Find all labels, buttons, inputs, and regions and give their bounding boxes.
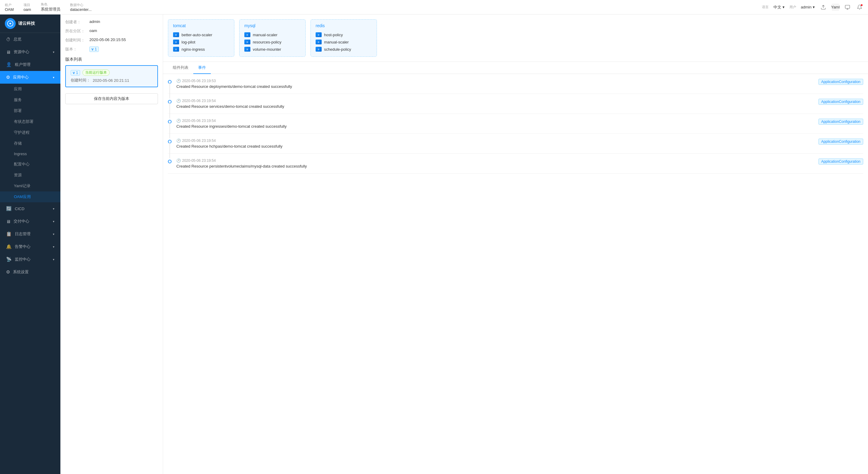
sidebar-section-cicd: 🔄 CICD ▾ xyxy=(0,202,60,215)
project-label: 项目 xyxy=(24,3,31,7)
redis-title: redis xyxy=(316,23,372,28)
card-create-value: 2020-05-06 20:21:11 xyxy=(93,78,129,83)
role-value: 系统管理员 xyxy=(41,7,60,12)
datacenter-value: datacenter... xyxy=(70,7,92,12)
version-number: 1 xyxy=(95,47,97,51)
sidebar-sub-app[interactable]: 应用 xyxy=(0,84,60,95)
sidebar-sub-resource[interactable]: 资源 xyxy=(0,170,60,181)
sidebar-section-monitor: 📡 监控中心 ▾ xyxy=(0,253,60,266)
redis-item-label-1: manual-scaler xyxy=(324,40,349,44)
monitor-sidebar-icon: 📡 xyxy=(6,257,12,262)
tab-component-list[interactable]: 组件列表 xyxy=(168,62,193,74)
mysql-item-label-0: manual-scaler xyxy=(253,33,278,37)
sidebar-item-appcenter[interactable]: ⚙ 应用中心 ▾ xyxy=(0,71,60,84)
logo: 谐云科技 xyxy=(0,14,60,33)
sidebar-section-appcenter: ⚙ 应用中心 ▾ 应用 服务 部署 有状态部署 守护进程 存储 Ingress … xyxy=(0,71,60,202)
sidebar-sub-service[interactable]: 服务 xyxy=(0,95,60,105)
yaml-button[interactable]: Yaml xyxy=(832,4,839,11)
mysql-title: mysql xyxy=(244,23,301,28)
deliver-chevron-icon: ▾ xyxy=(53,220,54,223)
svg-rect-1 xyxy=(845,5,850,8)
mysql-item-0: manual-scaler xyxy=(244,31,301,38)
clock-icon-4: 🕐 xyxy=(176,158,181,163)
running-label: 当前运行版本 xyxy=(83,69,110,76)
sidebar-item-delivery[interactable]: 🖥 交付中心 ▾ xyxy=(0,215,60,228)
event-timestamp-3: 2020-05-06 23:19:54 xyxy=(182,138,216,143)
event-message-0: Created Resource deployments/demo-tomcat… xyxy=(176,84,818,89)
sidebar-sub-daemon[interactable]: 守护进程 xyxy=(0,127,60,138)
event-time-3: 🕐 2020-05-06 23:19:54 xyxy=(176,138,818,143)
user-selector[interactable]: admin ▾ xyxy=(801,5,815,9)
sidebar-label-appcenter: 应用中心 xyxy=(13,74,29,80)
create-time-value: 2020-05-06 20:15:55 xyxy=(89,37,126,42)
service-icon-1 xyxy=(173,39,179,44)
clock-icon-1: 🕐 xyxy=(176,99,181,103)
sidebar-label-log: 日志管理 xyxy=(15,231,31,237)
sidebar-label-delivery: 交付中心 xyxy=(13,219,29,224)
sidebar-sub-stateful[interactable]: 有状态部署 xyxy=(0,116,60,127)
right-panel: tomcat better-auto-scaler log-pilot ngin… xyxy=(163,14,868,474)
sidebar-sub-ingress[interactable]: Ingress xyxy=(0,149,60,159)
user-value: admin xyxy=(801,5,811,9)
sidebar-label-overview: 总览 xyxy=(13,36,22,42)
sidebar-section-resource: 🖥 资源中心 ▾ xyxy=(0,45,60,58)
tomcat-item-label-2: nginx-ingress xyxy=(182,47,205,52)
creator-value: admin xyxy=(89,19,100,24)
event-message-1: Created Resource services/demo-tomcat cr… xyxy=(176,104,818,109)
sidebar-section-delivery: 🖥 交付中心 ▾ xyxy=(0,215,60,228)
user-icon: 👤 xyxy=(6,62,12,67)
event-content-2: 🕐 2020-05-06 23:19:54 Created Resource i… xyxy=(176,119,818,129)
sidebar-sub-oam[interactable]: OAM应用 xyxy=(0,191,60,202)
lang-selector[interactable]: 中文 ▾ xyxy=(773,4,785,10)
event-message-3: Created Resource hchpas/demo-tomcat crea… xyxy=(176,144,818,149)
sidebar-sub-yaml[interactable]: Yaml记录 xyxy=(0,181,60,191)
tab-events[interactable]: 事件 xyxy=(193,62,211,74)
create-time-label: 创建时间： xyxy=(65,37,89,43)
redis-item-label-0: host-policy xyxy=(324,33,343,37)
version-prefix: v xyxy=(92,47,94,51)
app-chevron-icon: ▾ xyxy=(53,76,54,79)
notification-icon[interactable] xyxy=(856,4,863,11)
server-icon: 🖥 xyxy=(6,50,10,55)
chevron-down-icon: ▾ xyxy=(53,51,54,54)
mysql-service-icon-1 xyxy=(244,39,250,44)
redis-service-icon-1 xyxy=(316,39,322,44)
tomcat-card: tomcat better-auto-scaler log-pilot ngin… xyxy=(168,19,235,57)
cicd-icon: 🔄 xyxy=(6,206,12,211)
sidebar-item-alert[interactable]: 🔔 告警中心 ▾ xyxy=(0,240,60,253)
user-field: 用户 xyxy=(789,5,796,9)
sidebar-sub-config[interactable]: 配置中心 xyxy=(0,159,60,170)
lang-value: 中文 xyxy=(773,4,781,10)
event-time-4: 🕐 2020-05-06 23:19:54 xyxy=(176,158,818,163)
sidebar-item-settings[interactable]: ⚙ 系统设置 xyxy=(0,266,60,278)
event-content-3: 🕐 2020-05-06 23:19:54 Created Resource h… xyxy=(176,138,818,149)
sidebar-item-log[interactable]: 📋 日志管理 ▾ xyxy=(0,228,60,240)
version-card-header: v 1 当前运行版本 xyxy=(71,69,153,76)
clock-icon-3: 🕐 xyxy=(176,138,181,143)
events-list: 🕐 2020-05-06 23:19:53 Created Resource d… xyxy=(163,74,868,474)
sidebar-item-overview[interactable]: ⏱ 总览 xyxy=(0,33,60,45)
tenant-value: OAM xyxy=(5,7,14,12)
alert-chevron-icon: ▾ xyxy=(53,245,54,249)
card-create-label: 创建时间： xyxy=(71,77,90,83)
sidebar-item-cicd[interactable]: 🔄 CICD ▾ xyxy=(0,202,60,215)
sidebar-sub-deploy[interactable]: 部署 xyxy=(0,105,60,116)
monitor-chevron-icon: ▾ xyxy=(53,258,54,261)
mysql-card: mysql manual-scaler resources-policy vol… xyxy=(239,19,306,57)
sidebar-label-monitor: 监控中心 xyxy=(15,257,31,262)
user-chevron-icon: ▾ xyxy=(813,5,815,9)
sidebar-item-resource[interactable]: 🖥 资源中心 ▾ xyxy=(0,45,60,58)
monitor-icon[interactable] xyxy=(844,4,851,11)
sidebar-item-monitor[interactable]: 📡 监控中心 ▾ xyxy=(0,253,60,266)
user-label: 用户 xyxy=(789,5,796,9)
version-badge: v 1 xyxy=(89,46,99,52)
redis-item-1: manual-scaler xyxy=(316,38,372,45)
sidebar-item-tenant[interactable]: 👤 租户管理 xyxy=(0,58,60,71)
save-version-button[interactable]: 保存当前内容为版本 xyxy=(65,93,158,104)
settings-icon: ⚙ xyxy=(6,269,10,275)
event-timestamp-0: 2020-05-06 23:19:53 xyxy=(182,79,216,83)
export-icon[interactable] xyxy=(820,4,827,11)
event-dot-4 xyxy=(168,160,172,163)
sidebar-sub-storage[interactable]: 存储 xyxy=(0,138,60,149)
zone-label: 所在分区： xyxy=(65,28,89,34)
